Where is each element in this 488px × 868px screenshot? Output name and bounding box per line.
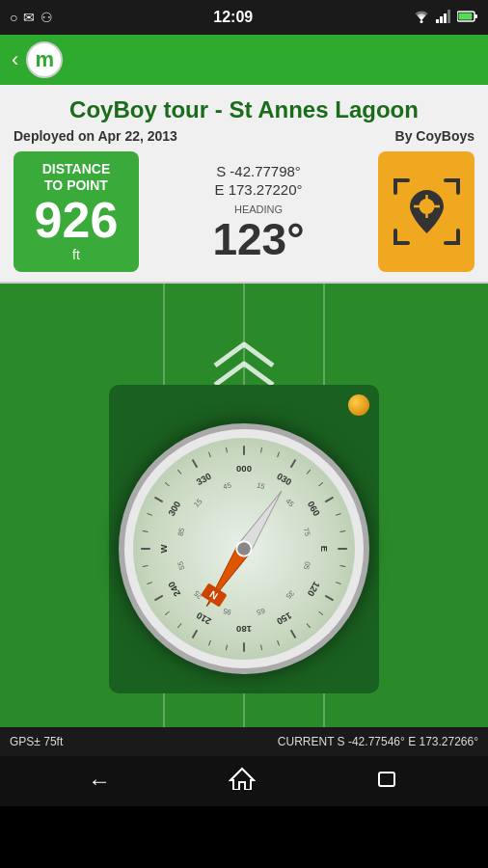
svg-line-29	[318, 611, 322, 615]
svg-line-44	[143, 531, 149, 532]
svg-text:45: 45	[284, 498, 295, 509]
svg-line-19	[291, 460, 296, 468]
compass-holder: 000 030 060 E 120 150 180 210 240 W 300 …	[99, 404, 389, 693]
svg-text:15: 15	[192, 498, 203, 509]
svg-line-48	[177, 471, 181, 475]
svg-line-41	[148, 583, 152, 584]
compass-section: 000 030 060 E 120 150 180 210 240 W 300 …	[0, 284, 488, 727]
svg-text:060: 060	[306, 500, 322, 518]
location-button[interactable]	[378, 151, 474, 273]
svg-line-20	[307, 471, 311, 475]
svg-text:000: 000	[236, 463, 252, 474]
svg-line-28	[325, 596, 333, 601]
svg-text:15: 15	[256, 481, 266, 492]
svg-line-21	[318, 483, 322, 487]
svg-rect-7	[458, 14, 472, 20]
svg-point-8	[419, 199, 434, 214]
home-nav-button[interactable]	[229, 767, 256, 796]
svg-rect-4	[447, 10, 450, 23]
svg-line-51	[226, 448, 227, 453]
gmail-icon: ✉	[23, 10, 35, 25]
svg-text:330: 330	[195, 471, 213, 487]
svg-line-42	[143, 566, 149, 567]
svg-text:75: 75	[302, 528, 312, 538]
svg-text:120: 120	[306, 581, 322, 599]
gps-status: GPS± 75ft	[10, 735, 63, 748]
bottom-status-bar: GPS± 75ft CURRENT S -42.77546° E 173.272…	[0, 727, 488, 756]
svg-rect-1	[436, 19, 439, 23]
distance-label: DISTANCE TO POINT	[42, 161, 111, 194]
data-row: DISTANCE TO POINT 926 ft S -42.77798° E …	[14, 151, 474, 273]
app-logo[interactable]: m	[26, 41, 63, 78]
svg-line-23	[336, 514, 340, 516]
status-time: 12:09	[213, 9, 253, 26]
battery-icon	[457, 10, 478, 25]
recent-nav-button[interactable]	[373, 767, 400, 796]
svg-text:240: 240	[166, 581, 182, 599]
svg-line-39	[165, 611, 169, 615]
svg-line-38	[177, 624, 181, 628]
chevron-icon	[205, 337, 283, 390]
svg-text:35: 35	[284, 589, 295, 601]
svg-line-50	[208, 452, 210, 457]
nav-bar: ←	[0, 756, 488, 806]
svg-line-35	[226, 645, 227, 651]
center-info: S -42.77798° E 173.27220° HEADING 123°	[145, 151, 372, 273]
compass-needle: N	[197, 485, 290, 612]
wifi-icon	[413, 10, 430, 26]
back-nav-button[interactable]: ←	[88, 768, 111, 795]
distance-value: 926	[35, 195, 119, 245]
svg-text:55: 55	[176, 561, 186, 572]
svg-rect-82	[379, 773, 394, 786]
svg-line-47	[165, 483, 169, 487]
svg-line-46	[154, 498, 162, 502]
compass-ring: 000 030 060 E 120 150 180 210 240 W 300 …	[119, 423, 369, 674]
recent-apps-icon	[373, 767, 400, 790]
circle-icon: ○	[10, 10, 17, 25]
top-nav-bar: ‹ m	[0, 35, 488, 85]
deployed-row: Deployed on Apr 22, 2013 By CoyBoys	[14, 128, 474, 144]
svg-text:05: 05	[302, 561, 312, 572]
svg-text:210: 210	[195, 610, 213, 627]
svg-line-27	[336, 583, 340, 584]
svg-line-33	[261, 645, 262, 651]
svg-marker-81	[230, 769, 254, 790]
svg-line-24	[340, 531, 346, 532]
coord-e: E 173.27220°	[214, 181, 302, 198]
back-button[interactable]: ‹	[12, 47, 18, 72]
current-coords: CURRENT S -42.77546° E 173.27266°	[278, 735, 478, 748]
svg-rect-6	[474, 14, 477, 18]
status-right-icons	[413, 10, 478, 26]
svg-line-36	[208, 640, 210, 645]
svg-text:E: E	[319, 546, 330, 552]
tour-title: CoyBoy tour - St Annes Lagoon	[14, 96, 474, 124]
svg-text:180: 180	[236, 625, 252, 636]
status-left-icons: ○ ✉ ⚇	[10, 10, 53, 25]
svg-line-30	[307, 624, 311, 628]
svg-line-17	[261, 448, 262, 453]
direction-chevrons	[205, 337, 283, 390]
compass-svg: 000 030 060 E 120 150 180 210 240 W 300 …	[124, 429, 364, 668]
distance-box: DISTANCE TO POINT 926 ft	[14, 151, 139, 273]
heading-label: HEADING	[234, 203, 283, 215]
svg-rect-3	[444, 14, 447, 23]
heading-value: 123°	[212, 217, 304, 261]
svg-text:45: 45	[222, 481, 232, 492]
svg-text:W: W	[158, 545, 169, 554]
svg-line-18	[278, 452, 280, 457]
svg-text:150: 150	[275, 610, 293, 627]
svg-line-31	[291, 631, 296, 638]
svg-line-40	[154, 596, 162, 601]
svg-line-32	[278, 640, 280, 645]
svg-text:95: 95	[222, 607, 232, 617]
svg-line-37	[193, 631, 198, 638]
svg-rect-2	[440, 16, 443, 23]
svg-text:85: 85	[176, 528, 186, 538]
android-icon: ⚇	[41, 10, 53, 25]
svg-line-22	[325, 498, 333, 502]
home-icon	[229, 767, 256, 790]
signal-icon	[436, 10, 451, 26]
svg-point-0	[420, 20, 422, 23]
location-icon	[391, 176, 463, 248]
coord-s: S -42.77798°	[216, 163, 301, 179]
